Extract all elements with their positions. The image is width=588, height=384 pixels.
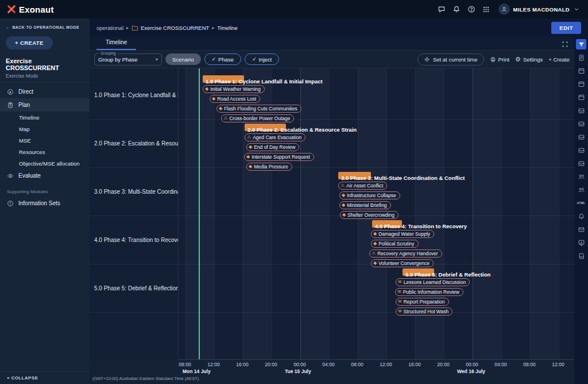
inject-chip[interactable]: ⚠Aged Care Evacuation	[245, 133, 305, 141]
inject-chip[interactable]: ◆Flash Flooding Cuts Communities	[216, 105, 301, 113]
settings-button[interactable]: ⚙ Settings	[515, 56, 543, 63]
set-at-current-time-button[interactable]: Set at current time	[417, 53, 484, 66]
timeline-toolbar: Grouping Group by Phase ▾ Scenario ✓ Pha…	[90, 51, 574, 68]
edit-button[interactable]: EDIT	[551, 22, 581, 34]
phase-bar[interactable]: 2.0 Phase 2: Escalation & Resource Strai…	[245, 124, 357, 131]
breadcrumb-exercise[interactable]: Exercise CROSSCURRENT	[141, 25, 209, 31]
sidebar-item-direct[interactable]: Direct	[0, 85, 90, 98]
chart-icon[interactable]	[576, 237, 586, 248]
fullscreen-icon[interactable]	[562, 41, 568, 48]
inject-chip[interactable]: ✉Public Information Review	[395, 288, 463, 296]
user-menu-chevron-down-icon[interactable]	[572, 3, 581, 16]
axis-day-label: Tue 15 July	[285, 368, 311, 374]
phase-filter-chip[interactable]: ✓ Phase	[204, 53, 241, 65]
exonaut-logo: Exonaut	[7, 5, 54, 14]
bell-icon[interactable]	[576, 211, 586, 221]
help-icon[interactable]	[464, 3, 479, 16]
alert-icon: ⚠	[372, 251, 376, 256]
sidebar-item-information-sets[interactable]: Information Sets	[0, 197, 90, 210]
inject-chip[interactable]: ◆Political Scrutiny	[371, 240, 419, 248]
timeline-group-row: 4.0 Phase 4: Transition to Recovery◆Dama…	[179, 216, 574, 264]
inject-chip[interactable]: ◆Road Access Lost	[210, 95, 260, 103]
print-button[interactable]: Print	[490, 56, 510, 63]
drawer-icon-4[interactable]	[576, 145, 586, 155]
timeline-group-row: 2.0 Phase 2: Escalation & Resource Strai…	[179, 120, 574, 168]
mail-icon[interactable]	[576, 224, 586, 235]
inject-chip[interactable]: ◆End of Day Review	[246, 143, 299, 151]
people-icon-1[interactable]	[576, 171, 586, 182]
inject-chip[interactable]: ◆Ministerial Briefing	[339, 201, 391, 209]
axis-tick: 08:00	[179, 362, 191, 367]
alert-icon: ⚠	[341, 183, 345, 188]
breadcrumb: operational ▸ Exercise CROSSCURRENT ▸ Ti…	[90, 18, 588, 37]
drawer-icon-3[interactable]	[576, 132, 586, 142]
axis-tick: 20:00	[437, 362, 449, 367]
user-avatar[interactable]	[498, 3, 510, 15]
drawer-icon-2[interactable]	[576, 118, 586, 129]
chevron-right-icon: ▸	[126, 25, 129, 30]
filter-icon[interactable]	[576, 39, 586, 49]
phase-bar[interactable]: 5.0 Phase 5: Debrief & Reflection	[403, 268, 490, 276]
mail-icon: ✉	[397, 290, 401, 294]
scenario-filter-chip[interactable]: Scenario	[165, 53, 201, 65]
tab-bar: Timeline	[90, 37, 574, 51]
diamond-icon: ◆	[205, 87, 208, 91]
inject-chip[interactable]: ◆Interstate Support Request	[244, 153, 314, 161]
axis-tick: 08:00	[523, 362, 535, 367]
phase-bar[interactable]: 1.0 Phase 1: Cyclone Landfall & Initial …	[203, 75, 323, 83]
chevron-down-icon: ▾	[156, 57, 158, 62]
sidebar-item-plan[interactable]: Plan	[0, 98, 90, 112]
axis-tick: 08:00	[351, 362, 363, 367]
inject-chip[interactable]: ◆Damaged Water Supply	[371, 230, 434, 238]
document-icon[interactable]	[576, 52, 586, 63]
collapse-sidebar-button[interactable]: « COLLAPSE	[0, 371, 90, 384]
plan-clipboard-icon	[7, 101, 14, 109]
sidebar-item-timeline[interactable]: Timeline	[0, 112, 90, 123]
phase-bar[interactable]: 3.0 Phase 3: Multi-State Coordination & …	[338, 172, 465, 179]
diamond-icon: ◆	[342, 193, 345, 198]
axis-tick: 04:00	[494, 362, 506, 367]
apps-grid-icon[interactable]	[479, 3, 494, 16]
panel-icon-3[interactable]	[576, 92, 586, 102]
panel-icon-2[interactable]	[576, 79, 586, 89]
chat-icon[interactable]	[434, 3, 449, 16]
grouping-value: Group by Phase	[98, 56, 156, 63]
panel-icon-1[interactable]	[576, 66, 586, 76]
inject-chip[interactable]: ⚠Air Asset Conflict	[338, 182, 387, 190]
direct-icon	[7, 88, 14, 95]
inject-chip[interactable]: ◆Infrastructure Collapse	[339, 191, 400, 199]
back-to-operational-mode-link[interactable]: ← BACK TO OPERATIONAL MODE	[0, 18, 90, 32]
sidebar-item-mse[interactable]: MSE	[0, 135, 90, 146]
notifications-bell-icon[interactable]	[449, 3, 464, 16]
people-icon-2[interactable]	[576, 185, 586, 195]
inject-filter-chip[interactable]: ✓ Inject	[245, 53, 279, 65]
sidebar-item-resources[interactable]: Resources	[0, 146, 90, 158]
sidebar-item-evaluate[interactable]: Evaluate	[0, 169, 90, 182]
grouping-select[interactable]: Grouping Group by Phase ▾	[94, 53, 162, 66]
user-name[interactable]: MILES MACDONALD	[513, 6, 570, 13]
drawer-icon-1[interactable]	[576, 105, 586, 116]
inject-chip[interactable]: ⚠Recovery Agency Handover	[369, 249, 442, 258]
tab-timeline[interactable]: Timeline	[96, 36, 136, 50]
inject-chip[interactable]: ✉Report Preparation	[396, 298, 449, 306]
inject-chip[interactable]: ✉Lessons Learned Discussion	[396, 278, 470, 286]
axis-tick: 12:00	[380, 362, 392, 367]
chart-rows: 1.0 Phase 1: Cyclone Landfall & Initial …	[179, 71, 574, 313]
section-label-supporting-modules: Supporting Modules	[0, 182, 90, 197]
logo-text: Exonaut	[19, 5, 54, 14]
phase-bar[interactable]: 4.0 Phase 4: Transition to Recovery	[372, 220, 467, 228]
inject-chip[interactable]: ◆Initial Weather Warning	[203, 85, 265, 93]
create-button[interactable]: + CREATE	[6, 36, 53, 49]
sidebar-item-map[interactable]: Map	[0, 123, 90, 135]
book-icon[interactable]	[576, 251, 586, 261]
exercise-mode-label: Exercise Mode	[6, 73, 84, 79]
inject-chip[interactable]: ✉Structured Hot Wash	[396, 308, 452, 316]
html-icon[interactable]: HTML	[576, 198, 586, 208]
drawer-icon-5[interactable]	[576, 158, 586, 168]
breadcrumb-operational[interactable]: operational	[96, 25, 123, 31]
create-inject-button[interactable]: + Create	[548, 56, 570, 63]
timeline-chart[interactable]: 1.0 Phase 1: Cyclone Landfall & Initial …	[178, 68, 574, 359]
check-icon: ✓	[212, 56, 216, 62]
top-bar: Exonaut	[0, 0, 588, 18]
sidebar-item-objective-mse-allocation[interactable]: Objective/MSE allocation	[0, 158, 90, 169]
